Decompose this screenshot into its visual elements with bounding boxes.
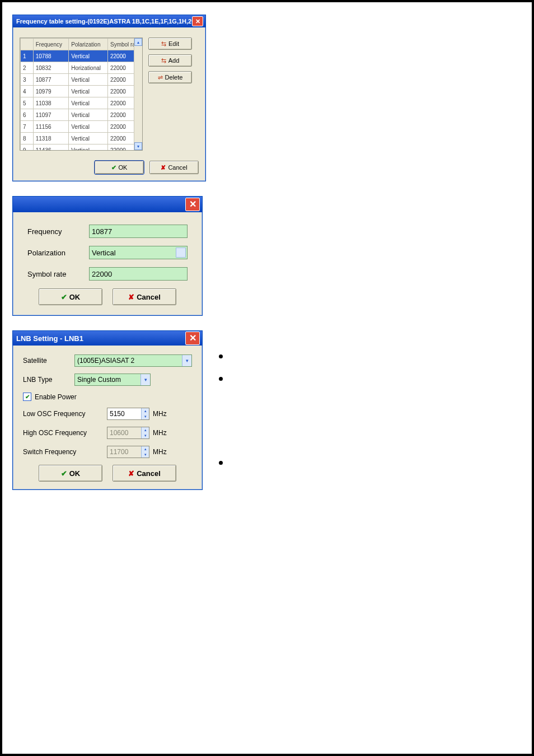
cross-icon: ✘ xyxy=(161,164,166,171)
frequency-edit-dialog: ✕ Frequency 10877 Polarization Vertical▾… xyxy=(12,196,203,316)
chevron-down-icon: ▾ xyxy=(182,355,191,366)
unit-label: MHz xyxy=(153,448,167,456)
cancel-button[interactable]: ✘Cancel xyxy=(113,465,176,482)
lnb-setting-window: LNB Setting - LNB1 ✕ Satellite (1005E)AS… xyxy=(12,330,203,490)
add-button[interactable]: Add xyxy=(148,54,192,67)
edit-button[interactable]: Edit xyxy=(148,38,192,50)
col-polarization: Polarization xyxy=(69,39,108,50)
close-icon[interactable]: ✕ xyxy=(192,16,203,26)
spin-down-icon: ▾ xyxy=(141,433,149,438)
table-row[interactable]: 210832Horizational22000 xyxy=(21,62,142,74)
table-row[interactable]: 310877Vertical22000 xyxy=(21,74,142,86)
enable-power-label: Enable Power xyxy=(35,393,77,401)
delete-icon xyxy=(158,74,163,81)
scroll-down-icon[interactable]: ▾ xyxy=(134,142,142,150)
spin-up-icon: ▴ xyxy=(141,427,149,433)
enable-power-checkbox[interactable]: ✔ xyxy=(23,393,31,401)
highosc-spinner: 10600▴▾ xyxy=(107,427,149,439)
bullet-icon xyxy=(219,377,223,381)
frequency-label: Frequency xyxy=(27,227,89,236)
table-row[interactable]: 911436Vertical22000 xyxy=(21,144,142,151)
add-icon xyxy=(161,57,166,64)
scrollbar[interactable]: ▴ ▾ xyxy=(134,38,142,150)
ok-button[interactable]: ✔OK xyxy=(39,465,102,482)
table-row[interactable]: 110788Vertical22000 xyxy=(21,50,142,62)
spin-down-icon[interactable]: ▾ xyxy=(141,414,149,419)
delete-button[interactable]: Delete xyxy=(148,71,192,83)
spin-up-icon[interactable]: ▴ xyxy=(141,408,149,414)
cross-icon: ✘ xyxy=(128,469,134,478)
symbolrate-input[interactable]: 22000 xyxy=(89,267,188,281)
polarization-label: Polarization xyxy=(27,249,89,257)
check-icon: ✔ xyxy=(61,469,67,478)
frequency-input[interactable]: 10877 xyxy=(89,225,188,238)
unit-label: MHz xyxy=(153,410,167,418)
col-frequency: Frequency xyxy=(33,39,69,50)
table-row[interactable]: 611097Vertical22000 xyxy=(21,109,142,121)
close-icon[interactable]: ✕ xyxy=(185,332,200,345)
chevron-down-icon: ▾ xyxy=(181,250,184,255)
frequency-table-window: Frequency table setting-(0192E)ASTRA 1B,… xyxy=(12,15,206,181)
table-header-row: Frequency Polarization Symbol ra xyxy=(21,39,142,50)
table-row[interactable]: 410979Vertical22000 xyxy=(21,86,142,97)
table-row[interactable]: 511038Vertical22000 xyxy=(21,97,142,109)
satellite-select[interactable]: (1005E)ASIASAT 2▾ xyxy=(74,354,192,367)
satellite-label: Satellite xyxy=(23,357,74,365)
highosc-label: High OSC Frequency xyxy=(23,429,107,437)
polarization-select[interactable]: Vertical▾ xyxy=(89,246,188,259)
symbolrate-label: Symbol rate xyxy=(27,270,89,278)
frequency-table[interactable]: Frequency Polarization Symbol ra 110788V… xyxy=(20,38,143,151)
spin-up-icon: ▴ xyxy=(141,446,149,452)
window-title: LNB Setting - LNB1 xyxy=(16,334,83,343)
cancel-button[interactable]: ✘Cancel xyxy=(149,161,199,174)
edit-icon xyxy=(161,40,166,48)
lnbtype-select[interactable]: Single Custom▾ xyxy=(74,374,151,386)
scroll-up-icon[interactable]: ▴ xyxy=(134,38,142,46)
titlebar: Frequency table setting-(0192E)ASTRA 1B,… xyxy=(13,15,205,27)
window-title: Frequency table setting-(0192E)ASTRA 1B,… xyxy=(16,18,192,25)
cancel-button[interactable]: ✘Cancel xyxy=(113,288,176,305)
titlebar: LNB Setting - LNB1 ✕ xyxy=(13,331,202,346)
switch-spinner: 11700▴▾ xyxy=(107,446,149,458)
chevron-down-icon: ▾ xyxy=(140,374,150,385)
lowosc-label: Low OSC Frequency xyxy=(23,410,107,418)
bullet-icon xyxy=(219,461,223,465)
bullet-icon xyxy=(219,354,223,358)
check-icon: ✔ xyxy=(61,293,67,301)
unit-label: MHz xyxy=(153,429,167,437)
col-index xyxy=(21,39,34,50)
titlebar: ✕ xyxy=(13,197,202,212)
ok-button[interactable]: ✔OK xyxy=(95,161,144,174)
table-row[interactable]: 711156Vertical22000 xyxy=(21,121,142,133)
ok-button[interactable]: ✔OK xyxy=(39,288,102,305)
close-icon[interactable]: ✕ xyxy=(185,198,200,211)
lowosc-spinner[interactable]: 5150▴▾ xyxy=(107,408,149,420)
lnbtype-label: LNB Type xyxy=(23,376,74,384)
spin-down-icon: ▾ xyxy=(141,452,149,458)
table-row[interactable]: 811318Vertical22000 xyxy=(21,133,142,144)
cross-icon: ✘ xyxy=(128,293,134,301)
switch-label: Switch Frequency xyxy=(23,448,107,456)
check-icon: ✔ xyxy=(111,164,116,171)
